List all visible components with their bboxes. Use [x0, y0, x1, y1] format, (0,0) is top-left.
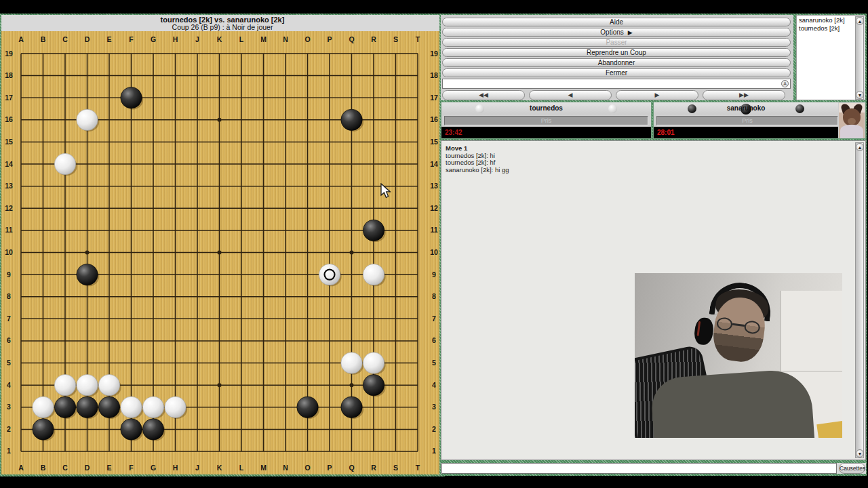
svg-text:10: 10	[430, 248, 438, 256]
board-window: tournedos [2k] vs. sanarunoko [2k] Coup …	[0, 14, 445, 476]
svg-text:15: 15	[5, 138, 13, 146]
svg-text:M: M	[260, 35, 267, 43]
svg-text:P: P	[327, 464, 332, 472]
reprendre-un-coup-button[interactable]: Reprendre un Coup	[442, 48, 791, 57]
svg-text:R: R	[371, 35, 376, 43]
svg-text:C: C	[62, 35, 68, 43]
svg-text:11: 11	[5, 226, 12, 234]
cam-person-head	[700, 284, 777, 376]
nav-next-button[interactable]: ▶	[616, 90, 698, 100]
scroll-up-icon[interactable]: ▲	[856, 143, 864, 151]
svg-text:A: A	[18, 35, 24, 43]
mouse-cursor	[380, 183, 394, 199]
svg-text:19: 19	[430, 49, 438, 58]
avatar-muzzle	[848, 118, 856, 125]
scroll-up-icon[interactable]: ▲	[856, 17, 864, 25]
player-name: sanarunoko	[654, 102, 838, 115]
headphones-earcup	[693, 317, 715, 346]
abandonner-button[interactable]: Abandonner	[442, 58, 791, 67]
options-button[interactable]: Options▶	[442, 28, 791, 37]
message-input[interactable]	[442, 79, 791, 89]
nav-first-button[interactable]: ◀◀	[442, 90, 525, 100]
player-panel-tournedos: tournedosPris23:42	[441, 102, 652, 139]
svg-text:15: 15	[430, 138, 438, 146]
svg-text:P: P	[327, 35, 332, 43]
svg-text:J: J	[195, 35, 199, 43]
control-panel: AideOptions▶PasserReprendre un CoupAband…	[439, 14, 867, 476]
nav-prev-button[interactable]: ◀	[529, 90, 612, 100]
svg-text:17: 17	[5, 94, 13, 102]
svg-text:F: F	[129, 35, 134, 43]
svg-text:J: J	[195, 464, 199, 472]
svg-text:7: 7	[432, 314, 436, 323]
svg-text:1: 1	[432, 447, 436, 455]
webcam-video	[635, 273, 842, 438]
svg-text:19: 19	[5, 49, 13, 58]
player-list-scrollbar[interactable]: ▲ ▼	[855, 16, 864, 100]
svg-text:C: C	[62, 464, 68, 472]
svg-text:K: K	[217, 35, 222, 43]
svg-text:16: 16	[5, 115, 13, 123]
svg-text:F: F	[129, 464, 134, 472]
svg-text:8: 8	[432, 292, 436, 300]
player-clock: 28:01	[654, 127, 838, 138]
svg-text:K: K	[217, 464, 222, 472]
svg-text:S: S	[393, 35, 398, 43]
avatar-body	[840, 125, 863, 138]
player-panel-sanarunoko: sanarunokoPris28:01	[653, 102, 866, 139]
svg-text:D: D	[85, 464, 90, 472]
player-list[interactable]: sanarunoko [2k]tournedos [2k] ▲ ▼	[796, 15, 865, 100]
fermer-button[interactable]: Fermer	[442, 68, 791, 77]
chat-line: tournedos [2k]: hi	[446, 152, 849, 160]
scroll-down-icon[interactable]: ▼	[856, 91, 864, 99]
submenu-arrow-icon: ▶	[628, 29, 633, 36]
player-header: sanarunoko	[654, 102, 838, 115]
player-list-item[interactable]: sanarunoko [2k]	[797, 16, 865, 24]
svg-text:13: 13	[5, 182, 13, 190]
captures-bar: Pris	[444, 116, 648, 125]
svg-text:O: O	[304, 464, 310, 472]
svg-text:9: 9	[7, 270, 11, 279]
chat-line: sanarunoko [2k]: hi gg	[446, 167, 849, 174]
svg-text:6: 6	[432, 336, 436, 344]
move-status: Coup 26 (B p9) : à Noir de jouer	[1, 24, 443, 31]
emote-icon[interactable]: A	[781, 80, 789, 87]
svg-text:8: 8	[7, 292, 11, 300]
svg-text:5: 5	[7, 359, 11, 367]
passer-button: Passer	[442, 38, 791, 47]
player-list-item[interactable]: tournedos [2k]	[797, 24, 865, 32]
goban[interactable]: AABBCCDDEEFFGGHHJJKKLLMMNNOOPPQQRRSSTT19…	[1, 31, 443, 474]
chat-line: Move 1	[446, 145, 849, 152]
move-navigation: ◀◀◀▶▶▶	[442, 90, 792, 100]
svg-text:H: H	[173, 35, 178, 43]
svg-text:2: 2	[432, 425, 436, 433]
svg-text:16: 16	[430, 115, 438, 123]
svg-text:13: 13	[430, 182, 438, 190]
svg-text:12: 12	[5, 204, 13, 212]
screen: tournedos [2k] vs. sanarunoko [2k] Coup …	[0, 0, 868, 488]
svg-text:T: T	[416, 464, 420, 472]
chat-line: tournedos [2k]: hf	[446, 159, 849, 167]
chat-input[interactable]	[441, 463, 837, 474]
svg-text:9: 9	[432, 270, 436, 279]
svg-text:5: 5	[432, 359, 436, 367]
svg-text:14: 14	[430, 160, 438, 168]
svg-text:E: E	[106, 464, 111, 472]
player-clock: 23:42	[441, 127, 651, 138]
scroll-down-icon[interactable]: ▼	[856, 449, 864, 458]
svg-text:B: B	[41, 464, 46, 472]
svg-text:1: 1	[7, 447, 11, 455]
chat-scrollbar[interactable]: ▲ ▼	[855, 142, 864, 458]
aide-button[interactable]: Aide	[442, 18, 791, 26]
chat-lines: Move 1tournedos [2k]: hitournedos [2k]: …	[446, 145, 849, 174]
svg-text:18: 18	[430, 71, 438, 79]
svg-text:11: 11	[430, 226, 437, 234]
causettes-button[interactable]: Causettes	[839, 463, 865, 474]
svg-text:3: 3	[432, 403, 436, 411]
chat-input-row: Causettes	[441, 463, 866, 474]
player-avatar	[839, 103, 865, 138]
nav-last-button[interactable]: ▶▶	[703, 90, 785, 100]
svg-text:2: 2	[7, 425, 11, 433]
svg-text:14: 14	[5, 160, 13, 168]
svg-text:G: G	[151, 464, 156, 472]
